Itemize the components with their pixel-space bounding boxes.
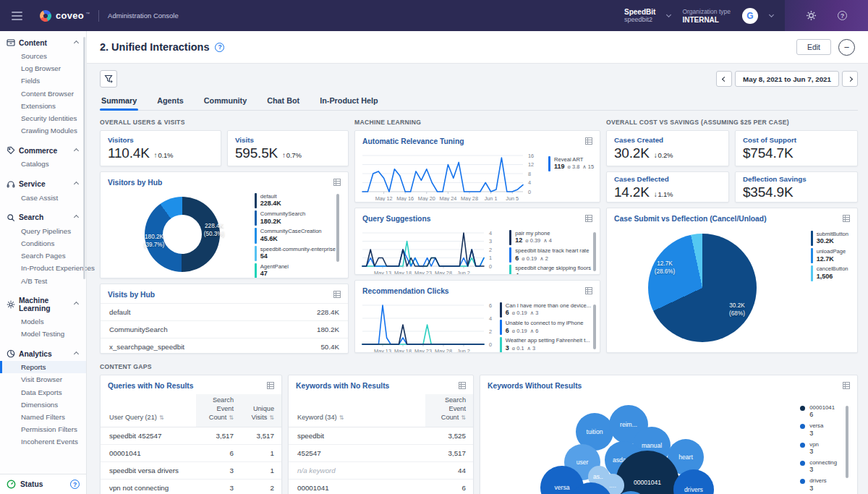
sidebar-item-reports[interactable]: Reports [0, 361, 86, 373]
svg-text:May 23: May 23 [414, 270, 432, 275]
sidebar-item-security-identities[interactable]: Security Identities [0, 112, 86, 124]
user-menu-chevron-down-icon[interactable] [769, 12, 774, 17]
sidebar-section-service[interactable]: Service [0, 177, 86, 192]
org-type-label: Organization type [682, 8, 731, 15]
tab-agents[interactable]: Agents [156, 93, 185, 110]
help-icon[interactable] [838, 11, 847, 20]
legend-value: 12⌀ 0.39∧ 4 [515, 237, 551, 245]
legend-label: cancelButton [817, 265, 848, 272]
status-bar[interactable]: Status [0, 474, 86, 494]
column-header-unique-visits[interactable]: Unique Visits [241, 394, 281, 427]
org-switcher[interactable]: SpeedBit speedbit2 [624, 8, 655, 23]
google-avatar[interactable]: G [742, 8, 758, 24]
column-header-search-event-count[interactable]: Search Event Count [425, 394, 473, 427]
sidebar-item-model-testing[interactable]: Model Testing [0, 328, 86, 340]
tab-chat-bot[interactable]: Chat Bot [265, 93, 301, 110]
row-value: 180.2K [317, 325, 339, 333]
table-view-icon[interactable] [267, 382, 274, 389]
page-help-icon[interactable] [215, 43, 224, 52]
column-header-user-query-21[interactable]: User Query (21) [109, 394, 196, 427]
org-chevron-down-icon[interactable] [666, 12, 671, 17]
sidebar-item-catalogs[interactable]: Catalogs [0, 158, 86, 170]
column-header-search-event-count[interactable]: Search Event Count [196, 394, 241, 427]
sidebar-item-extensions[interactable]: Extensions [0, 100, 86, 112]
legend-value: 3 [809, 466, 837, 473]
menu-icon[interactable] [9, 9, 25, 23]
table-view-icon[interactable] [843, 215, 850, 222]
svg-text:May 20: May 20 [418, 195, 435, 201]
sidebar-item-dimensions[interactable]: Dimensions [0, 399, 86, 411]
table-row: speedbit 4525473,5173,517 [101, 427, 281, 445]
sidebar-item-query-pipelines[interactable]: Query Pipelines [0, 225, 86, 237]
date-next-button[interactable] [842, 71, 858, 87]
table-view-icon[interactable] [843, 382, 850, 389]
coveo-logo[interactable]: coveo ™ [40, 10, 90, 22]
tab-in-product-help[interactable]: In-Product Help [318, 93, 379, 110]
status-help-icon[interactable] [70, 480, 80, 489]
column-header-keyword-34[interactable]: Keyword (34) [297, 394, 425, 427]
tab-bar: SummaryAgentsCommunityChat BotIn-Product… [100, 93, 858, 111]
sidebar-scrollbar[interactable] [83, 37, 85, 279]
sidebar-section-commerce[interactable]: Commerce [0, 143, 86, 158]
chart-legend: Can I have more than one device...6⌀ 0.1… [500, 302, 591, 353]
sidebar-item-search-pages[interactable]: Search Pages [0, 250, 86, 262]
sidebar-section-analytics[interactable]: Analytics [0, 346, 86, 361]
chevron-up-icon [74, 302, 79, 307]
stat-delta: 0.1% [158, 151, 173, 159]
content-gaps-row: Queries with No Results User Query (21)S… [100, 375, 858, 494]
sidebar-item-a-b-test[interactable]: A/B Test [0, 275, 86, 287]
table-view-icon[interactable] [333, 179, 341, 186]
analytics-icon [7, 349, 15, 358]
sidebar-item-conditions[interactable]: Conditions [0, 237, 86, 250]
cell-query: speedbit versa drivers [109, 467, 196, 474]
stat-card-visitors: Visitors 110.4K ↑0.1% [100, 130, 221, 166]
sidebar-section-search[interactable]: Search [0, 210, 86, 225]
table-view-icon[interactable] [333, 291, 341, 298]
legend-max: ∧ 6 [530, 328, 539, 334]
sidebar-item-content-browser[interactable]: Content Browser [0, 88, 86, 100]
legend-max: ∧ 15 [582, 163, 594, 170]
date-range-button[interactable]: May 8, 2021 to Jun 7, 2021 [735, 71, 839, 87]
sidebar-item-fields[interactable]: Fields [0, 74, 86, 87]
tab-summary[interactable]: Summary [100, 93, 138, 110]
sidebar-group-commerce: CommerceCatalogs [0, 143, 86, 170]
table-view-icon[interactable] [585, 137, 592, 145]
legend-item: speedbit blaze track heart rate6⌀ 0.19∧ … [509, 247, 591, 263]
sidebar-item-case-assist[interactable]: Case Assist [0, 192, 86, 204]
stat-card-cases-created: Cases Created 30.2K ↓0.2% [606, 130, 729, 166]
chart-legend: submitButton30.2KunloadPage12.7KcancelBu… [811, 231, 848, 284]
hide-report-button[interactable] [838, 39, 855, 56]
sidebar-item-incoherent-events[interactable]: Incoherent Events [0, 435, 86, 448]
sidebar-item-log-browser[interactable]: Log Browser [0, 62, 86, 74]
sidebar-item-sources[interactable]: Sources [0, 50, 86, 62]
sidebar-section-machine-learning[interactable]: Machine Learning [0, 294, 86, 315]
sidebar-item-crawling-modules[interactable]: Crawling Modules [0, 124, 86, 137]
sidebar-item-in-product-experiences[interactable]: In-Product Experiences [0, 262, 86, 274]
legend-item: vpn3 [800, 441, 837, 455]
table-view-icon[interactable] [459, 382, 466, 389]
table-view-icon[interactable] [585, 287, 592, 294]
legend-swatch [255, 263, 257, 278]
legend-scrollbar[interactable] [593, 305, 596, 349]
sidebar-item-models[interactable]: Models [0, 315, 86, 328]
table-view-icon[interactable] [585, 215, 592, 222]
sidebar-section-content[interactable]: Content [0, 35, 86, 50]
legend-scrollbar[interactable] [593, 232, 596, 271]
legend-scrollbar[interactable] [846, 406, 848, 478]
tab-community[interactable]: Community [203, 93, 248, 110]
sidebar-item-permission-filters[interactable]: Permission Filters [0, 423, 86, 435]
legend-avg: ⌀ 3.8 [568, 163, 580, 170]
date-prev-button[interactable] [716, 71, 732, 87]
sidebar-item-data-exports[interactable]: Data Exports [0, 386, 86, 399]
sort-icon [459, 414, 466, 421]
edit-button[interactable]: Edit [796, 39, 831, 55]
add-filter-button[interactable] [100, 70, 117, 88]
legend-item: speedbit-community-enterprise54 [255, 246, 336, 261]
legend-value: 3 [809, 485, 826, 492]
sidebar-item-visit-browser[interactable]: Visit Browser [0, 373, 86, 386]
sidebar-item-named-filters[interactable]: Named Filters [0, 411, 86, 423]
settings-gear-icon[interactable] [806, 10, 817, 21]
legend-item: drivers3 [800, 477, 837, 491]
case-submit-deflection-card: Case Submit vs Deflection (Cancel/Unload… [606, 208, 858, 353]
legend-scrollbar[interactable] [336, 194, 339, 262]
